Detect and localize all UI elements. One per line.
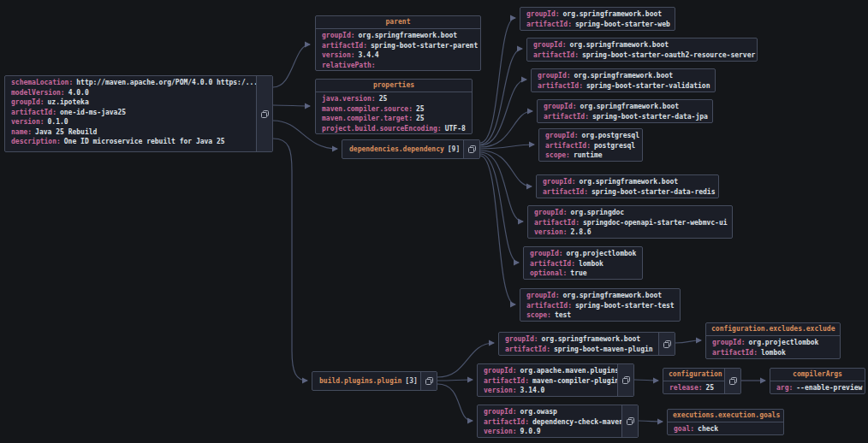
field-value: runtime — [574, 151, 603, 159]
field-row: relativePath: — [322, 61, 474, 71]
field-key: artifactId: — [322, 42, 367, 50]
group-count: [3] — [405, 377, 417, 385]
group-count: [9] — [448, 145, 460, 153]
field-row: version:2.8.6 — [534, 227, 726, 238]
plugin-node-maven-compiler[interactable]: groupId:org.apache.maven.plugins artifac… — [477, 363, 634, 397]
group-path: build.plugins.plugin — [319, 377, 401, 385]
dependencies-group-node[interactable]: dependencies.dependency[9] — [342, 139, 480, 159]
field-key: groupId: — [526, 292, 560, 299]
collapse-children-icon[interactable] — [256, 76, 272, 151]
execution-goals-node[interactable]: executions.execution.goals goal:check — [667, 409, 784, 435]
build-plugins-group-node[interactable]: build.plugins.plugin[3] — [312, 371, 437, 391]
parent-node[interactable]: parent groupId:org.springframework.boot … — [315, 15, 481, 71]
plugin-node-spring-boot-maven[interactable]: groupId:org.springframework.boot artifac… — [498, 332, 675, 356]
field-key: scope: — [526, 311, 551, 319]
dependency-node-postgresql[interactable]: groupId:org.postgresql artifactId:postgr… — [538, 128, 643, 162]
field-key: artifactId: — [533, 51, 579, 59]
plugin-node-dependency-check[interactable]: groupId:org.owasp artifactId:dependency-… — [477, 405, 639, 438]
group-label: build.plugins.plugin[3] — [312, 372, 420, 390]
field-value: org.springframework.boot — [580, 103, 680, 110]
field-value: one-id-ms-java25 — [60, 109, 126, 116]
dependency-node-web[interactable]: groupId:org.springframework.boot artifac… — [520, 7, 675, 31]
field-row: artifactId:lombok — [712, 348, 834, 358]
field-row: version:9.0.9 — [484, 427, 615, 437]
field-value: 25 — [416, 105, 425, 113]
field-row: groupId:org.projectlombok — [530, 249, 636, 259]
field-value: spring-boot-starter-web — [575, 21, 670, 28]
root-pom-node[interactable]: schemaLocation:http://maven.apache.org/P… — [4, 75, 273, 152]
field-value: org.springframework.boot — [570, 41, 669, 49]
collapse-children-icon[interactable] — [621, 405, 638, 437]
field-value: spring-boot-starter-test — [575, 302, 675, 310]
graph-canvas[interactable]: schemaLocation:http://maven.apache.org/P… — [0, 0, 868, 443]
field-row: schemaLocation:http://maven.apache.org/P… — [11, 78, 250, 88]
dependency-node-validation[interactable]: groupId:org.springframework.boot artifac… — [531, 68, 716, 92]
field-key: groupId: — [484, 408, 517, 416]
dependency-node-lombok[interactable]: groupId:org.projectlombok artifactId:lom… — [523, 246, 643, 280]
field-key: relativePath: — [322, 62, 376, 69]
field-key: project.build.sourceEncoding: — [322, 125, 442, 133]
field-row: scope:runtime — [545, 151, 636, 161]
field-value: spring-boot-starter-validation — [586, 82, 710, 90]
config-exclude-node[interactable]: configuration.excludes.exclude groupId:o… — [705, 322, 841, 359]
field-key: groupId: — [322, 32, 355, 39]
collapse-children-icon[interactable] — [724, 369, 740, 393]
field-key: modelVersion: — [11, 89, 65, 97]
field-row: version:0.1.0 — [11, 117, 250, 127]
field-value: 2.8.6 — [571, 228, 592, 236]
dependency-node-data-jpa[interactable]: groupId:org.springframework.boot artifac… — [537, 99, 713, 123]
field-value: 0.1.0 — [48, 118, 68, 126]
field-key: artifactId: — [538, 82, 583, 90]
collapse-children-icon[interactable] — [420, 372, 437, 390]
properties-node[interactable]: properties java.version:25 maven.compile… — [315, 79, 473, 134]
field-row: modelVersion:4.0.0 — [11, 88, 250, 98]
field-value: 25 — [379, 95, 388, 103]
field-key: artifactId: — [526, 21, 572, 28]
dependency-node-test[interactable]: groupId:org.springframework.boot artifac… — [520, 288, 681, 322]
field-key: goal: — [674, 425, 694, 433]
collapse-children-icon[interactable] — [658, 333, 675, 355]
field-key: groupId: — [526, 10, 560, 18]
field-row: scope:test — [526, 310, 674, 321]
collapse-children-icon[interactable] — [617, 364, 633, 396]
field-row: artifactId:maven-compiler-plugin — [484, 376, 611, 387]
field-row: release:25 — [669, 383, 718, 393]
node-title: properties — [316, 80, 472, 92]
field-key: groupId: — [534, 209, 568, 216]
compiler-args-node[interactable]: compilerArgs arg:--enable-preview — [770, 368, 865, 394]
field-row: version:3.4.4 — [322, 50, 474, 61]
collapse-children-icon[interactable] — [463, 140, 479, 158]
field-value: 9.0.9 — [520, 428, 541, 435]
field-value: org.springdoc — [571, 209, 625, 216]
field-row: artifactId:spring-boot-starter-test — [526, 301, 674, 311]
node-title: parent — [316, 16, 480, 29]
dependency-node-oauth2[interactable]: groupId:org.springframework.boot artifac… — [526, 38, 758, 62]
field-key: artifactId: — [544, 113, 589, 121]
field-key: artifactId: — [484, 418, 529, 426]
field-row: artifactId:spring-boot-starter-data-jpa — [544, 112, 706, 122]
field-key: groupId: — [544, 103, 577, 110]
field-key: artifactId: — [530, 260, 575, 268]
group-label: dependencies.dependency[9] — [342, 140, 463, 158]
field-row: groupId:uz.ipoteka — [11, 97, 250, 108]
field-key: groupId: — [538, 72, 571, 80]
field-value: spring-boot-starter-data-redis — [592, 188, 716, 196]
field-key: groupId: — [11, 98, 45, 106]
configuration-node[interactable]: configuration release:25 — [663, 368, 741, 394]
field-key: artifactId: — [712, 349, 758, 357]
field-row: artifactId:lombok — [530, 259, 636, 269]
field-row: groupId:org.postgresql — [545, 131, 636, 141]
field-value: uz.ipoteka — [48, 98, 89, 106]
field-value: dependency-check-maven — [532, 418, 621, 426]
field-key: version: — [322, 51, 355, 59]
field-value: 25 — [416, 115, 425, 122]
field-key: groupId: — [545, 132, 579, 139]
field-row: groupId:org.springframework.boot — [533, 40, 751, 50]
field-value: spring-boot-starter-parent — [371, 42, 478, 50]
field-value: 3.14.0 — [520, 387, 545, 394]
dependency-node-springdoc[interactable]: groupId:org.springdoc artifactId:springd… — [527, 205, 733, 239]
field-key: version: — [534, 228, 568, 236]
dependency-node-data-redis[interactable]: groupId:org.springframework.boot artifac… — [536, 174, 719, 198]
field-value: spring-boot-starter-data-jpa — [592, 113, 708, 121]
field-key: release: — [669, 384, 703, 392]
